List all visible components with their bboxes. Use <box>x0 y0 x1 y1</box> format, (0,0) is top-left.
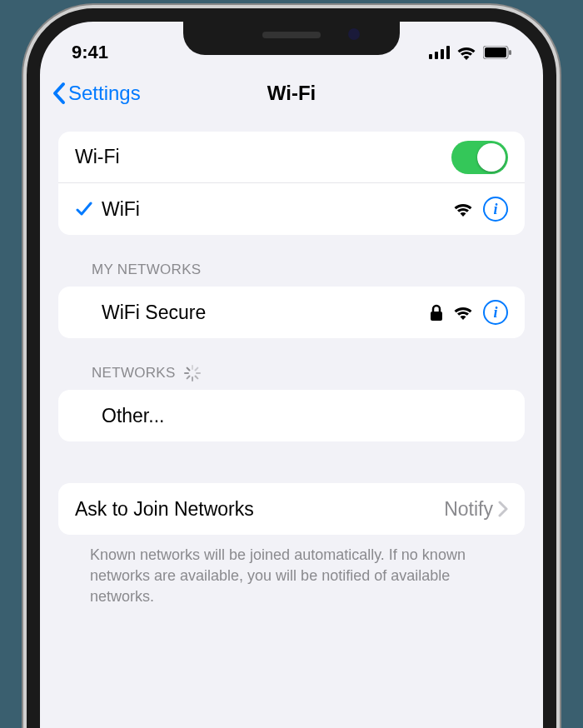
back-label: Settings <box>68 82 141 105</box>
nav-bar: Settings Wi-Fi <box>40 68 543 117</box>
phone-notch <box>183 20 400 55</box>
wifi-toggle-label: Wi-Fi <box>75 146 451 168</box>
svg-rect-3 <box>446 46 450 59</box>
cellular-icon <box>429 46 450 59</box>
checkmark-icon <box>75 200 93 218</box>
ask-join-label: Ask to Join Networks <box>75 498 444 521</box>
back-button[interactable]: Settings <box>52 82 141 105</box>
my-networks-group: WiFi Secure i <box>58 287 525 338</box>
ask-join-group: Ask to Join Networks Notify <box>58 483 525 535</box>
wifi-toggle-row: Wi-Fi <box>58 132 525 183</box>
wifi-icon <box>456 45 476 60</box>
svg-rect-7 <box>431 312 442 321</box>
lock-icon <box>430 304 443 321</box>
side-button <box>33 203 40 263</box>
info-button[interactable]: i <box>483 300 508 325</box>
wifi-toggle[interactable] <box>451 141 508 174</box>
other-network-row[interactable]: Other... <box>58 390 525 441</box>
footer-text: Known networks will be joined automatica… <box>58 535 525 608</box>
networks-group: Other... <box>58 390 525 441</box>
chevron-left-icon <box>52 82 67 105</box>
ask-join-row[interactable]: Ask to Join Networks Notify <box>58 483 525 535</box>
side-button <box>543 215 550 307</box>
spinner-icon <box>184 365 201 381</box>
info-button[interactable]: i <box>483 197 508 222</box>
connected-network-name: WiFi <box>102 198 453 221</box>
battery-icon <box>483 46 511 59</box>
wifi-signal-icon <box>453 305 473 320</box>
ask-join-value: Notify <box>444 498 493 521</box>
networks-header: NETWORKS <box>58 338 525 390</box>
wifi-main-group: Wi-Fi WiFi i <box>58 132 525 235</box>
status-time: 9:41 <box>72 42 108 63</box>
my-networks-header: MY NETWORKS <box>58 235 525 287</box>
svg-rect-2 <box>441 49 444 59</box>
side-button <box>33 278 40 338</box>
wifi-signal-icon <box>453 202 473 217</box>
svg-rect-5 <box>485 47 506 57</box>
page-title: Wi-Fi <box>267 82 316 105</box>
svg-rect-1 <box>435 52 438 59</box>
phone-frame: 9:41 Settings Wi-Fi Wi-Fi WiFi <box>27 8 556 728</box>
connected-network-row[interactable]: WiFi i <box>58 183 525 235</box>
other-label: Other... <box>102 405 508 427</box>
network-name: WiFi Secure <box>102 302 430 324</box>
svg-rect-6 <box>509 50 511 55</box>
network-row[interactable]: WiFi Secure i <box>58 287 525 338</box>
side-button <box>33 145 40 178</box>
svg-rect-0 <box>429 54 432 59</box>
chevron-right-icon <box>498 501 508 517</box>
